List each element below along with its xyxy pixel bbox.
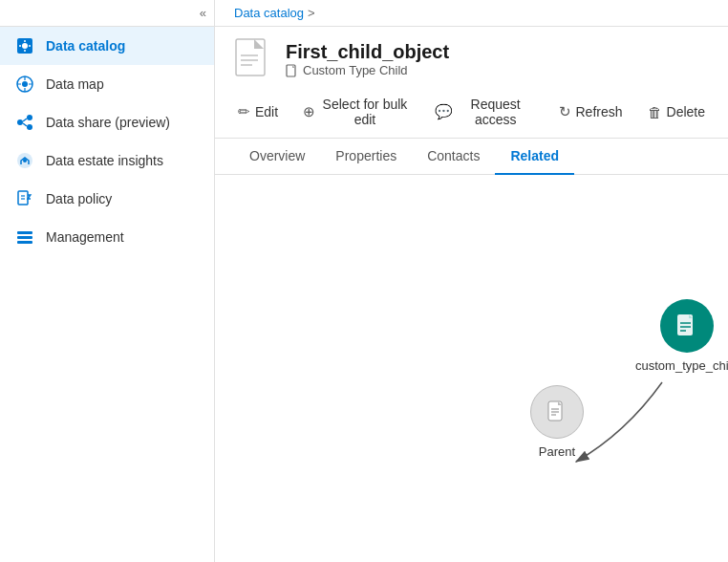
delete-label: Delete	[667, 104, 705, 119]
sidebar-item-data-map[interactable]: Data map	[0, 65, 214, 103]
edit-button[interactable]: ✏ Edit	[234, 100, 282, 123]
svg-point-6	[27, 124, 32, 130]
tab-properties[interactable]: Properties	[320, 139, 412, 175]
page-header-text: First_child_object Custom Type Child	[286, 41, 449, 77]
toolbar: ✏ Edit ⊕ Select for bulk edit 💬 Request …	[215, 90, 728, 139]
sidebar-item-label: Data catalog	[46, 38, 125, 54]
svg-point-10	[23, 159, 27, 162]
sidebar-item-data-share[interactable]: Data share (preview)	[0, 103, 214, 141]
custom-type-child-label: custom_type_child	[635, 358, 728, 373]
page-title: First_child_object	[286, 41, 449, 63]
svg-point-5	[27, 115, 32, 120]
tabs: Overview Properties Contacts Related	[215, 139, 728, 175]
breadcrumb-link[interactable]: Data catalog	[234, 6, 304, 20]
subtitle-icon	[286, 64, 299, 77]
data-map-icon	[15, 75, 34, 94]
breadcrumb-separator: >	[308, 6, 315, 20]
sidebar-collapse-button[interactable]: «	[0, 0, 214, 27]
svg-rect-11	[18, 191, 28, 205]
data-policy-icon	[15, 189, 34, 208]
svg-rect-16	[17, 241, 32, 244]
sidebar-item-label: Data map	[46, 76, 104, 92]
parent-icon-circle	[530, 385, 584, 439]
refresh-label: Refresh	[576, 104, 623, 119]
parent-label: Parent	[539, 444, 575, 459]
refresh-button[interactable]: ↻ Refresh	[555, 100, 627, 123]
breadcrumb: Data catalog >	[215, 0, 728, 27]
tab-contacts[interactable]: Contacts	[412, 139, 495, 175]
sidebar-item-label: Management	[46, 229, 124, 245]
bulk-edit-button[interactable]: ⊕ Select for bulk edit	[299, 94, 414, 130]
tab-related[interactable]: Related	[495, 139, 574, 175]
management-icon	[15, 227, 34, 247]
sidebar-item-data-catalog[interactable]: Data catalog	[0, 27, 214, 65]
svg-point-1	[22, 43, 28, 49]
data-catalog-icon	[15, 36, 34, 55]
svg-rect-14	[17, 231, 32, 234]
bulk-edit-icon: ⊕	[303, 103, 315, 120]
content-area: custom_type_child Parent	[215, 175, 728, 562]
custom-type-child-node[interactable]: custom_type_child	[635, 299, 728, 373]
relationship-diagram: custom_type_child Parent	[215, 175, 728, 562]
sidebar-item-data-estate-insights[interactable]: Data estate insights	[0, 141, 214, 180]
custom-type-child-icon-circle	[660, 299, 714, 353]
svg-rect-15	[17, 236, 32, 239]
refresh-icon: ↻	[559, 103, 571, 120]
sidebar-item-label: Data estate insights	[46, 153, 163, 168]
svg-line-8	[23, 123, 27, 126]
custom-type-child-icon	[673, 312, 701, 340]
edit-icon: ✏	[238, 103, 250, 120]
delete-icon: 🗑	[648, 104, 662, 120]
data-estate-insights-icon	[15, 151, 34, 170]
data-share-icon	[15, 113, 34, 132]
sidebar-item-label: Data share (preview)	[46, 115, 170, 130]
page-header: First_child_object Custom Type Child	[215, 27, 728, 90]
page-subtitle-text: Custom Type Child	[303, 63, 408, 77]
sidebar-item-management[interactable]: Management	[0, 218, 214, 256]
page-subtitle: Custom Type Child	[286, 63, 449, 77]
parent-node[interactable]: Parent	[530, 385, 584, 459]
collapse-icon: «	[200, 6, 206, 20]
request-access-icon: 💬	[435, 103, 453, 120]
main-content: Data catalog > First_child_object Custom…	[215, 0, 728, 562]
sidebar-item-data-policy[interactable]: Data policy	[0, 180, 214, 218]
parent-icon	[544, 399, 570, 425]
sidebar: « Data catalog Data map	[0, 0, 215, 562]
svg-point-3	[22, 81, 28, 87]
svg-rect-17	[236, 39, 265, 76]
object-icon	[234, 38, 272, 80]
edit-label: Edit	[255, 104, 278, 119]
delete-button[interactable]: 🗑 Delete	[644, 101, 709, 123]
request-access-label: Request access	[458, 97, 534, 127]
svg-point-4	[17, 119, 23, 125]
svg-line-7	[23, 119, 27, 121]
sidebar-item-label: Data policy	[46, 191, 112, 206]
tab-overview[interactable]: Overview	[234, 139, 320, 175]
request-access-button[interactable]: 💬 Request access	[431, 94, 538, 130]
bulk-edit-label: Select for bulk edit	[320, 97, 410, 127]
